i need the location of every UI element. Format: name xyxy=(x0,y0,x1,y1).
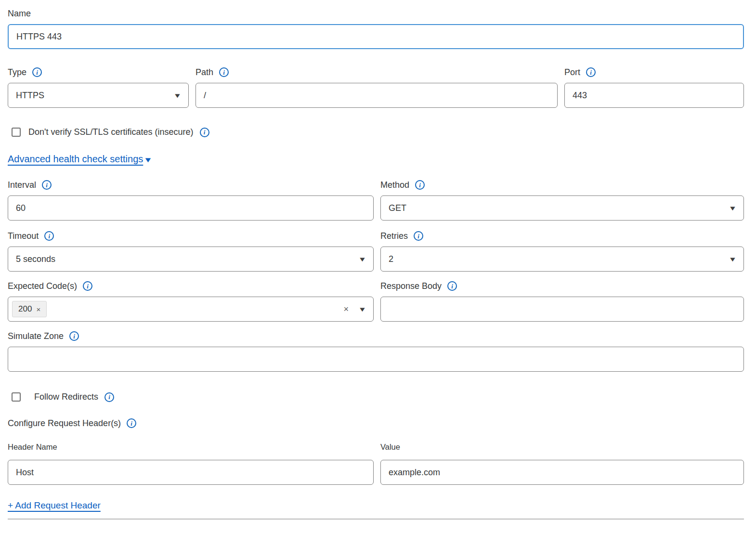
section-divider xyxy=(8,519,744,520)
info-icon[interactable]: i xyxy=(83,281,92,291)
clear-icon[interactable]: × xyxy=(344,305,349,313)
type-label: Type xyxy=(8,66,26,78)
caret-down-icon: ▼ xyxy=(358,306,366,312)
header-name-label: Header Name xyxy=(8,442,374,452)
type-path-port-row: Type i HTTPS ▼ Path i Port i xyxy=(8,66,744,108)
simulate-zone-input[interactable] xyxy=(8,347,744,372)
info-icon[interactable]: i xyxy=(127,418,136,428)
info-icon[interactable]: i xyxy=(42,180,52,190)
timeout-select[interactable]: 5 seconds ▼ xyxy=(8,247,374,272)
name-label: Name xyxy=(8,8,31,19)
method-select-value: GET xyxy=(389,203,730,213)
caret-down-icon: ▼ xyxy=(358,256,366,262)
request-headers-title-row: Configure Request Header(s) i xyxy=(8,417,744,429)
expected-code-tag: 200 × xyxy=(12,301,47,317)
info-icon[interactable]: i xyxy=(219,67,229,77)
retries-select[interactable]: 2 ▼ xyxy=(380,247,744,272)
header-name-input[interactable] xyxy=(8,460,374,485)
interval-method-row: Interval i Method i GET ▼ xyxy=(8,179,744,221)
interval-input[interactable] xyxy=(8,195,374,221)
type-select-value: HTTPS xyxy=(16,91,174,101)
info-icon[interactable]: i xyxy=(104,392,114,402)
info-icon[interactable]: i xyxy=(415,180,425,190)
ssl-checkbox-label: Don't verify SSL/TLS certificates (insec… xyxy=(28,127,194,137)
info-icon[interactable]: i xyxy=(44,231,54,241)
info-icon[interactable]: i xyxy=(447,281,457,291)
request-headers-title: Configure Request Header(s) xyxy=(8,417,121,429)
simulate-zone-label: Simulate Zone xyxy=(8,330,64,342)
timeout-select-value: 5 seconds xyxy=(16,254,359,264)
header-value-input[interactable] xyxy=(380,460,744,485)
codes-body-row: Expected Code(s) i 200 × × ▼ Response Bo… xyxy=(8,280,744,322)
add-request-header-link[interactable]: + Add Request Header xyxy=(8,500,101,511)
expected-code-tag-label: 200 xyxy=(18,304,32,314)
method-label: Method xyxy=(380,179,409,191)
timeout-label: Timeout xyxy=(8,230,39,242)
port-label: Port xyxy=(564,66,580,78)
follow-redirects-checkbox[interactable] xyxy=(12,392,21,402)
response-body-input[interactable] xyxy=(380,297,744,322)
response-body-label: Response Body xyxy=(380,280,442,292)
advanced-settings-link[interactable]: Advanced health check settings xyxy=(8,154,143,165)
follow-redirects-row: Follow Redirects i xyxy=(12,392,744,402)
method-select[interactable]: GET ▼ xyxy=(380,195,744,221)
name-input[interactable] xyxy=(8,24,744,49)
expected-codes-label: Expected Code(s) xyxy=(8,280,77,292)
header-value-label: Value xyxy=(380,442,744,452)
caret-down-icon: ▼ xyxy=(173,92,182,99)
caret-down-icon: ▼ xyxy=(729,256,737,262)
remove-tag-icon[interactable]: × xyxy=(36,306,40,313)
info-icon[interactable]: i xyxy=(200,128,209,137)
path-label: Path xyxy=(196,66,213,78)
retries-select-value: 2 xyxy=(389,254,730,264)
name-label-row: Name xyxy=(8,8,744,19)
info-icon[interactable]: i xyxy=(69,331,79,341)
interval-label: Interval xyxy=(8,179,36,191)
ssl-verify-checkbox[interactable] xyxy=(12,128,21,137)
type-select[interactable]: HTTPS ▼ xyxy=(8,83,189,108)
follow-redirects-label: Follow Redirects xyxy=(34,392,98,402)
info-icon[interactable]: i xyxy=(586,67,596,77)
expected-codes-multiselect[interactable]: 200 × × ▼ xyxy=(8,297,374,322)
ssl-checkbox-row: Don't verify SSL/TLS certificates (insec… xyxy=(12,127,744,137)
caret-down-icon: ▼ xyxy=(729,205,737,211)
simulate-zone-label-row: Simulate Zone i xyxy=(8,330,744,342)
header-row: Header Name Value xyxy=(8,442,744,485)
advanced-settings-link-label: Advanced health check settings xyxy=(8,154,143,165)
port-input[interactable] xyxy=(564,83,744,108)
info-icon[interactable]: i xyxy=(414,231,423,241)
timeout-retries-row: Timeout i 5 seconds ▼ Retries i 2 ▼ xyxy=(8,230,744,272)
health-check-form: Name Type i HTTPS ▼ Path i Port i xyxy=(0,0,756,520)
caret-down-icon: ▼ xyxy=(143,156,153,164)
path-input[interactable] xyxy=(196,83,558,108)
info-icon[interactable]: i xyxy=(32,67,42,77)
retries-label: Retries xyxy=(380,230,408,242)
